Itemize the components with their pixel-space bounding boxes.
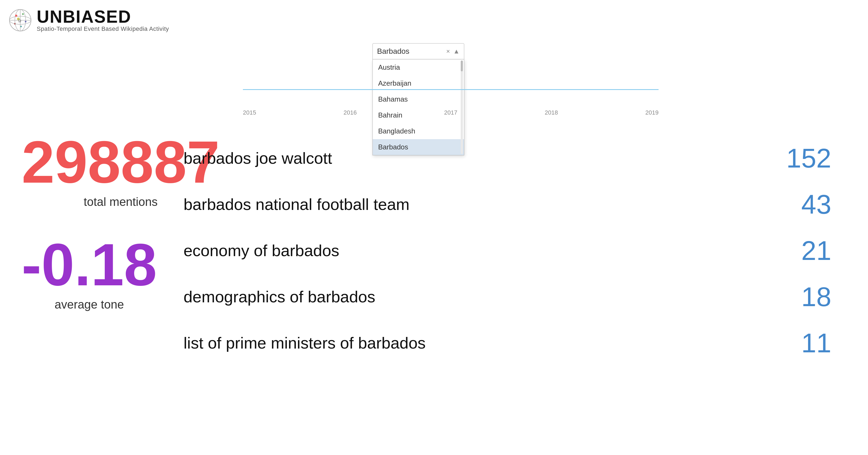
app-title: UNBIASED [37, 8, 169, 25]
country-dropdown-trigger[interactable]: Barbados × ▲ [372, 43, 464, 59]
table-row: demographics of barbados 18 [184, 274, 831, 320]
svg-point-6 [22, 13, 24, 15]
chevron-up-icon[interactable]: ▲ [453, 48, 460, 55]
svg-point-7 [25, 21, 26, 22]
average-tone-label: average tone [22, 298, 157, 311]
article-title: barbados national football team [184, 195, 409, 214]
table-row: economy of barbados 21 [184, 227, 831, 274]
article-count: 43 [777, 189, 831, 220]
article-count: 152 [777, 143, 831, 174]
timeline-label-2015: 2015 [243, 109, 256, 116]
article-title: demographics of barbados [184, 287, 375, 306]
svg-point-8 [14, 23, 16, 25]
timeline-label-2019: 2019 [645, 109, 658, 116]
table-row: barbados national football team 43 [184, 181, 831, 227]
article-title: list of prime ministers of barbados [184, 334, 426, 352]
timeline-line [243, 89, 658, 90]
article-list: barbados joe walcott 152 barbados nation… [184, 135, 831, 366]
scrollbar-thumb[interactable] [461, 60, 463, 71]
timeline-labels: 2015 2016 2017 2018 2019 [243, 109, 658, 116]
average-tone-stat: -0.18 average tone [22, 235, 157, 311]
timeline-area: 2015 2016 2017 2018 2019 [243, 73, 675, 116]
article-title: barbados joe walcott [184, 149, 332, 168]
app-subtitle: Spatio-Temporal Event Based Wikipedia Ac… [37, 25, 169, 32]
header: Ω UNBIASED Spatio-Temporal Event Based W… [8, 8, 169, 32]
logo-text-block: UNBIASED Spatio-Temporal Event Based Wik… [37, 8, 169, 32]
timeline-label-2016: 2016 [344, 109, 357, 116]
svg-text:Ω: Ω [18, 19, 21, 23]
article-title: economy of barbados [184, 241, 339, 260]
dropdown-selected-value: Barbados [377, 47, 409, 56]
timeline-label-2017: 2017 [444, 109, 458, 116]
average-tone-value: -0.18 [22, 235, 157, 294]
svg-point-5 [15, 15, 17, 17]
article-count: 21 [777, 235, 831, 266]
timeline-label-2018: 2018 [545, 109, 558, 116]
article-count: 18 [777, 281, 831, 312]
logo-globe-icon: Ω [8, 8, 32, 32]
article-count: 11 [777, 328, 831, 359]
table-row: barbados joe walcott 152 [184, 135, 831, 181]
dropdown-icons: × ▲ [446, 48, 460, 55]
svg-point-9 [20, 26, 22, 27]
table-row: list of prime ministers of barbados 11 [184, 320, 831, 366]
close-icon[interactable]: × [446, 48, 450, 55]
